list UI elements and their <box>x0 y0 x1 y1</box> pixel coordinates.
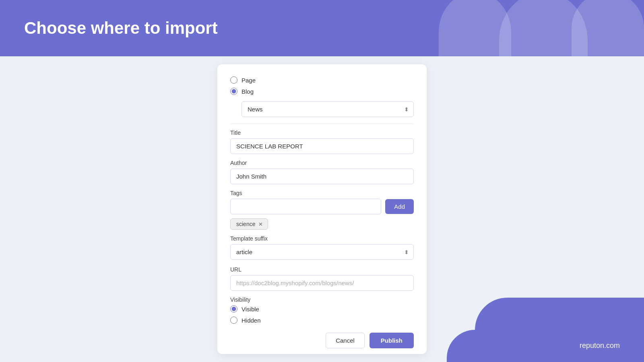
visibility-label: Visibility <box>230 296 414 303</box>
blog-select[interactable]: News Blog Articles <box>242 101 414 117</box>
divider-1 <box>230 123 414 124</box>
publish-button[interactable]: Publish <box>369 333 414 348</box>
cancel-button[interactable]: Cancel <box>326 333 365 348</box>
tag-chips-container: science ✕ <box>230 214 414 230</box>
template-suffix-select[interactable]: article blog custom <box>230 244 414 260</box>
tags-input[interactable] <box>230 199 381 214</box>
page-radio-text: Page <box>242 77 256 84</box>
page-radio[interactable] <box>230 76 237 84</box>
tag-chip-close-icon[interactable]: ✕ <box>258 221 263 227</box>
template-suffix-wrapper: article blog custom ⬍ <box>230 244 414 260</box>
tag-chip-label: science <box>236 221 255 227</box>
blog-radio[interactable] <box>230 88 237 95</box>
hidden-radio-text: Hidden <box>242 317 261 324</box>
blog-select-wrapper: News Blog Articles ⬍ <box>242 101 414 117</box>
import-type-group: Page Blog <box>230 76 414 95</box>
author-input[interactable] <box>230 169 414 184</box>
tag-chip-science: science ✕ <box>230 218 268 230</box>
url-label: URL <box>230 266 414 273</box>
title-label: Title <box>230 130 414 136</box>
visible-radio-label[interactable]: Visible <box>230 305 414 313</box>
header-decoration <box>439 0 644 56</box>
brand-label: reputon.com <box>580 341 620 350</box>
blog-radio-text: Blog <box>242 88 254 95</box>
page-radio-label[interactable]: Page <box>230 76 414 84</box>
visible-radio-text: Visible <box>242 306 259 313</box>
page-title: Choose where to import <box>24 19 218 38</box>
blog-radio-label[interactable]: Blog <box>230 88 414 95</box>
actions-row: Cancel Publish <box>230 333 414 348</box>
url-input[interactable] <box>230 275 414 291</box>
author-label: Author <box>230 160 414 166</box>
visibility-group: Visible Hidden <box>230 305 414 324</box>
hidden-radio[interactable] <box>230 317 237 324</box>
visible-radio[interactable] <box>230 305 237 313</box>
main-content: reputon.com Page Blog News Blog Articles… <box>0 56 644 362</box>
tags-row: Add <box>230 199 414 214</box>
tags-label: Tags <box>230 190 414 196</box>
header: Choose where to import <box>0 0 644 56</box>
add-tag-button[interactable]: Add <box>385 199 414 214</box>
form-card: Page Blog News Blog Articles ⬍ Title Aut… <box>217 64 427 354</box>
title-input[interactable] <box>230 138 414 154</box>
template-suffix-label: Template suffix <box>230 235 414 242</box>
hidden-radio-label[interactable]: Hidden <box>230 317 414 324</box>
